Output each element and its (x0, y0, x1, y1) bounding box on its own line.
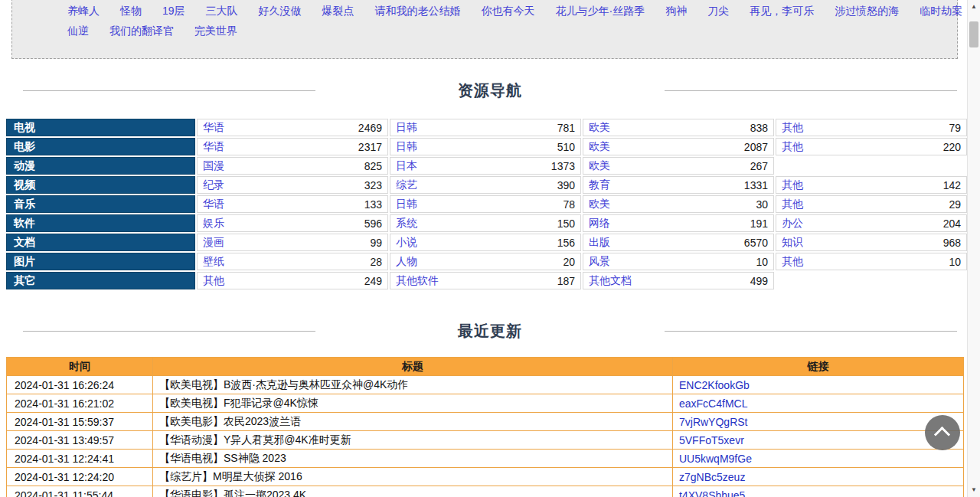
subcategory-link[interactable]: 系统 (396, 217, 417, 231)
subcategory-cell: 教育1331 (583, 176, 774, 194)
hot-link[interactable]: 再见，李可乐 (750, 5, 814, 17)
update-link-cell: UU5kwqM9fGe (673, 450, 964, 468)
subcategory-count: 968 (943, 237, 961, 249)
hot-link[interactable]: 临时劫案 (920, 5, 962, 17)
subcategory-link[interactable]: 其他 (782, 198, 803, 211)
subcategory-cell: 日韩510 (390, 138, 581, 155)
hot-links-row-2: 仙逆我们的翻译官完美世界 (67, 21, 957, 41)
subcategory-link[interactable]: 欧美 (589, 198, 610, 211)
subcategory-link[interactable]: 壁纸 (203, 255, 224, 269)
subcategory-link[interactable]: 欧美 (589, 159, 610, 173)
subcategory-cell: 娱乐596 (197, 214, 388, 232)
scrollbar-thumb[interactable] (969, 21, 978, 47)
update-time: 2024-01-31 16:26:24 (7, 376, 153, 394)
subcategory-count: 323 (364, 179, 382, 191)
hot-link[interactable]: 好久没做 (259, 5, 302, 17)
subcategory-link[interactable]: 其他文档 (589, 274, 632, 288)
update-link[interactable]: ENC2KfookGb (679, 379, 750, 391)
divider-line (665, 331, 957, 332)
update-link[interactable]: z7gNBc5zeuz (679, 471, 745, 483)
subcategory-link[interactable]: 综艺 (396, 178, 417, 192)
subcategory-link[interactable]: 国漫 (203, 159, 224, 173)
update-time: 2024-01-31 12:24:41 (7, 450, 153, 468)
update-link[interactable]: eaxFcC4fMCL (679, 397, 747, 410)
subcategory-cell: 其他软件187 (390, 272, 581, 289)
subcategory-count: 28 (370, 256, 382, 268)
subcategory-cell: 系统150 (390, 214, 581, 232)
page: 养蜂人怪物19层三大队好久没做爆裂点请和我的老公结婚你也有今天花儿与少年·丝路季… (0, 0, 980, 497)
update-title: 【华语电影】孤注一掷2023.4K (153, 486, 673, 497)
update-title: 【华语动漫】Y异人君莫邪@4K准时更新 (153, 431, 673, 450)
subcategory-link[interactable]: 网络 (589, 217, 610, 231)
subcategory-count: 204 (943, 217, 961, 230)
hot-link[interactable]: 完美世界 (194, 25, 237, 37)
subcategory-link[interactable]: 其他 (782, 121, 803, 135)
subcategory-link[interactable]: 华语 (203, 198, 224, 211)
subcategory-count: 2317 (358, 141, 382, 153)
subcategory-link[interactable]: 其他 (782, 178, 803, 192)
scroll-up-arrow-icon[interactable]: ▲ (968, 1, 980, 13)
subcategory-cell: 其他29 (776, 195, 967, 213)
subcategory-link[interactable]: 日韩 (396, 140, 417, 154)
subcategory-count: 249 (364, 275, 382, 287)
subcategory-link[interactable]: 日韩 (396, 198, 417, 211)
subcategory-link[interactable]: 欧美 (589, 140, 610, 154)
subcategory-link[interactable]: 其他 (782, 255, 803, 269)
hot-link[interactable]: 刀尖 (707, 5, 729, 17)
hot-link[interactable]: 养蜂人 (67, 5, 100, 17)
resource-nav-title: 资源导航 (458, 80, 522, 101)
subcategory-count: 510 (557, 141, 575, 153)
hot-link[interactable]: 你也有今天 (482, 5, 535, 17)
update-row: 2024-01-31 13:49:57【华语动漫】Y异人君莫邪@4K准时更新5V… (7, 431, 964, 450)
back-to-top-button[interactable] (925, 415, 960, 450)
hot-link[interactable]: 怪物 (120, 5, 142, 17)
subcategory-link[interactable]: 纪录 (203, 178, 224, 192)
subcategory-link[interactable]: 风景 (589, 255, 610, 269)
update-link[interactable]: UU5kwqM9fGe (679, 453, 752, 465)
subcategory-cell: 华语133 (197, 195, 388, 213)
hot-link[interactable]: 我们的翻译官 (109, 25, 174, 37)
subcategory-link[interactable]: 人物 (396, 255, 417, 269)
hot-link[interactable]: 狗神 (665, 5, 687, 17)
hot-link[interactable]: 仙逆 (67, 25, 89, 37)
subcategory-cell: 日韩78 (390, 195, 581, 213)
subcategory-link[interactable]: 漫画 (203, 236, 224, 250)
update-link-cell: t4XV8Shhue5 (673, 486, 964, 497)
update-row: 2024-01-31 16:21:02【欧美电视】F犯罪记录@4K惊悚eaxFc… (7, 394, 964, 413)
hot-link[interactable]: 请和我的老公结婚 (375, 5, 461, 17)
updates-col-link: 链接 (673, 358, 964, 376)
subcategory-link[interactable]: 日韩 (396, 121, 417, 135)
hot-link[interactable]: 三大队 (206, 5, 238, 17)
updates-header-row: 时间 标题 链接 (7, 358, 964, 376)
subcategory-link[interactable]: 教育 (589, 178, 610, 192)
subcategory-link[interactable]: 办公 (782, 217, 803, 231)
subcategory-cell: 其他文档499 (583, 272, 774, 289)
subcategory-link[interactable]: 其他软件 (396, 274, 439, 288)
scroll-down-arrow-icon[interactable]: ▼ (968, 484, 980, 496)
subcategory-count: 10 (756, 256, 768, 268)
subcategory-link[interactable]: 其他 (782, 140, 803, 154)
hot-link[interactable]: 爆裂点 (322, 5, 354, 17)
subcategory-cell: 欧美838 (583, 119, 774, 136)
subcategory-cell: 人物20 (390, 253, 581, 270)
subcategory-link[interactable]: 日本 (396, 159, 417, 173)
subcategory-link[interactable]: 小说 (396, 236, 417, 250)
subcategory-link[interactable]: 华语 (203, 140, 224, 154)
subcategory-link[interactable]: 知识 (782, 236, 803, 250)
update-link[interactable]: t4XV8Shhue5 (679, 489, 745, 497)
hot-links-row-1: 养蜂人怪物19层三大队好久没做爆裂点请和我的老公结婚你也有今天花儿与少年·丝路季… (67, 1, 957, 21)
update-link[interactable]: 7vjRwYQgRSt (679, 416, 747, 428)
subcategory-link[interactable]: 出版 (589, 236, 610, 250)
scrollbar[interactable]: ▲ ▼ (967, 0, 980, 497)
update-link[interactable]: 5VFFoT5xevr (679, 434, 744, 446)
subcategory-link[interactable]: 其他 (203, 274, 224, 288)
subcategory-link[interactable]: 娱乐 (203, 217, 224, 231)
subcategory-count: 2087 (744, 141, 768, 153)
subcategory-link[interactable]: 华语 (203, 121, 224, 135)
subcategory-count: 267 (750, 160, 768, 172)
resource-category-label: 电影 (6, 138, 195, 155)
hot-link[interactable]: 花儿与少年·丝路季 (556, 5, 645, 17)
subcategory-link[interactable]: 欧美 (589, 121, 610, 135)
hot-link[interactable]: 19层 (162, 5, 185, 17)
hot-link[interactable]: 涉过愤怒的海 (835, 5, 899, 17)
